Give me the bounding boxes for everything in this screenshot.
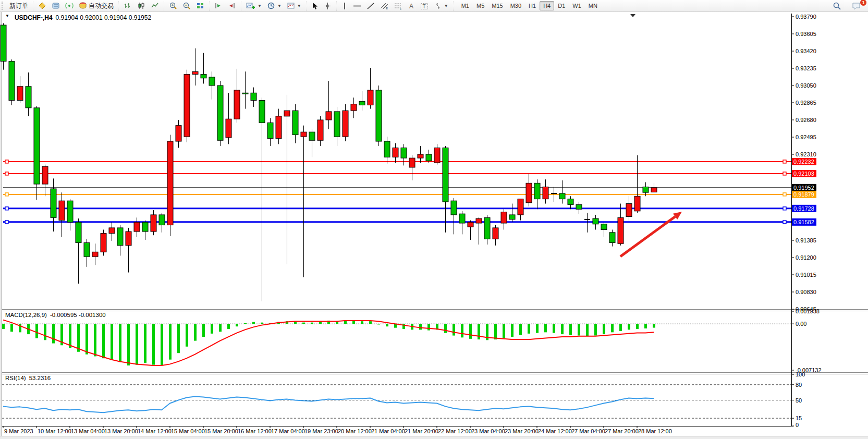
- macd-bar: [186, 324, 188, 347]
- auto-trading-button[interactable]: 自动交易: [76, 0, 116, 11]
- text-label-icon: T: [420, 2, 429, 10]
- macd-bar: [528, 324, 530, 334]
- new-order-button[interactable]: 新订单: [7, 0, 31, 11]
- cursor-tool-button[interactable]: [309, 0, 321, 11]
- notifications-button[interactable]: 1: [849, 1, 864, 12]
- timeframe-button-d1[interactable]: D1: [554, 1, 569, 10]
- time-tick-label: 9 Mar 2023: [4, 428, 33, 434]
- macd-bar: [453, 324, 455, 335]
- text-label-tool-button[interactable]: T: [418, 0, 431, 11]
- timeframe-button-h4[interactable]: H4: [540, 1, 554, 10]
- timeframe-button-h1[interactable]: H1: [525, 1, 540, 10]
- down-candle: [76, 222, 81, 242]
- navigator-button[interactable]: [63, 0, 76, 11]
- toolbar-drag-handle[interactable]: [2, 2, 5, 10]
- line-handle[interactable]: [783, 207, 786, 210]
- candlestick-mode-button[interactable]: [135, 0, 148, 11]
- line-handle[interactable]: [5, 193, 8, 196]
- vertical-line-icon: [341, 2, 348, 10]
- periods-button[interactable]: ▼: [264, 0, 284, 11]
- time-tick-label: 15 Mar 20:00: [204, 428, 238, 434]
- up-candle: [176, 126, 181, 141]
- vertical-line-tool-button[interactable]: [339, 0, 350, 11]
- macd-axis-label: 0.001938: [796, 308, 820, 314]
- up-candle: [351, 104, 357, 111]
- line-handle[interactable]: [5, 160, 8, 163]
- chart-title: ▼ USDCHF-,H4 0.91904 0.92001 0.91904 0.9…: [5, 14, 151, 21]
- price-tick-label: 0.91200: [796, 254, 816, 261]
- line-handle[interactable]: [783, 193, 786, 196]
- up-candle: [192, 71, 198, 74]
- line-chart-mode-button[interactable]: [148, 0, 162, 11]
- timeframe-button-mn[interactable]: MN: [585, 1, 601, 10]
- toolbar-separator: [306, 2, 307, 10]
- down-candle: [643, 187, 649, 192]
- fibonacci-tool-button[interactable]: F: [392, 0, 406, 11]
- arrows-tool-button[interactable]: ▼: [431, 0, 451, 11]
- up-candle: [42, 166, 48, 184]
- equidistant-channel-icon: E: [380, 2, 389, 10]
- macd-bar: [594, 324, 597, 335]
- clock-icon: [267, 2, 275, 10]
- chevron-down-icon: ▼: [297, 4, 301, 8]
- trendline-tool-button[interactable]: [364, 0, 377, 11]
- rsi-value: 53.2316: [29, 375, 51, 381]
- time-tick-label: 13 Mar 20:00: [104, 428, 138, 434]
- time-tick-label: 10 Mar 12:00: [38, 428, 71, 434]
- macd-bar: [619, 324, 622, 331]
- horizontal-line-tool-button[interactable]: [350, 0, 364, 11]
- timeframe-button-m30[interactable]: M30: [507, 1, 525, 10]
- data-window-button[interactable]: [49, 0, 63, 11]
- zoom-in-button[interactable]: [166, 0, 180, 11]
- macd-bar: [2, 324, 5, 329]
- macd-bar: [194, 324, 197, 340]
- crosshair-tool-button[interactable]: [321, 0, 334, 11]
- time-tick-label: 14 Mar 12:00: [138, 428, 172, 434]
- rsi-axis-label: 50: [796, 397, 802, 404]
- templates-button[interactable]: ▼: [284, 0, 304, 11]
- market-watch-button[interactable]: [35, 0, 49, 11]
- macd-title: MACD(12,26,9): [5, 312, 47, 318]
- cursor-icon: [311, 2, 319, 10]
- time-tick-label: 28 Mar 12:00: [638, 428, 672, 434]
- auto-scroll-button[interactable]: [212, 0, 225, 11]
- timeframe-button-w1[interactable]: W1: [569, 1, 585, 10]
- line-handle[interactable]: [783, 172, 786, 175]
- line-handle[interactable]: [783, 221, 786, 224]
- timeframe-button-m5[interactable]: M5: [473, 1, 488, 10]
- down-candle: [9, 62, 15, 101]
- macd-bar: [494, 324, 497, 339]
- search-button[interactable]: [830, 1, 844, 12]
- main-toolbar: 新订单 自动交易 ▼ ▼: [0, 0, 868, 12]
- channel-tool-button[interactable]: E: [377, 0, 392, 11]
- macd-bar: [511, 324, 514, 337]
- up-candle: [343, 111, 348, 137]
- macd-bar: [252, 322, 255, 324]
- line-handle[interactable]: [5, 172, 8, 175]
- indicators-button[interactable]: ▼: [243, 0, 264, 11]
- line-handle[interactable]: [783, 160, 786, 163]
- time-tick-label: 19 Mar 23:00: [304, 428, 338, 434]
- symbol-dropdown-icon[interactable]: ▼: [5, 14, 9, 21]
- chart-shift-button[interactable]: [225, 0, 239, 11]
- macd-bar: [503, 324, 505, 338]
- macd-bar: [202, 324, 205, 337]
- text-tool-button[interactable]: A: [406, 0, 418, 11]
- macd-bar: [444, 324, 447, 333]
- down-candle: [267, 123, 273, 138]
- price-tick-label: 0.90830: [796, 289, 816, 295]
- new-order-label: 新订单: [9, 2, 28, 10]
- tile-windows-button[interactable]: [193, 0, 207, 11]
- bar-chart-mode-button[interactable]: [121, 0, 135, 11]
- up-candle: [368, 90, 373, 105]
- down-candle: [159, 215, 165, 225]
- up-candle: [301, 132, 307, 137]
- line-handle[interactable]: [5, 221, 8, 224]
- line-handle[interactable]: [5, 207, 8, 210]
- timeframe-button-m1[interactable]: M1: [458, 1, 473, 10]
- chart-canvas[interactable]: 0.937900.936050.934200.932350.930500.928…: [0, 0, 868, 439]
- macd-axis-label: 0.00: [796, 321, 806, 327]
- zoom-out-button[interactable]: [180, 0, 193, 11]
- price-tick-label: 0.93420: [796, 48, 816, 54]
- timeframe-button-m15[interactable]: M15: [488, 1, 506, 10]
